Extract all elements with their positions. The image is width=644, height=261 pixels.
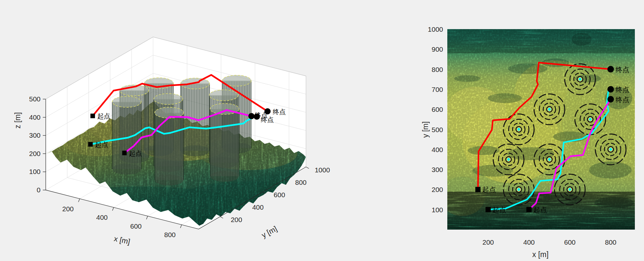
y-tick-label: 800 — [432, 66, 443, 73]
y-tick-label: 400 — [252, 203, 264, 211]
threat-center-dot — [609, 148, 612, 151]
start-label-3d: 起点 — [129, 150, 142, 157]
left-3d-plot: 起点终点起点终点起点终点0100200300400500200400600800… — [13, 37, 330, 246]
y-tick-label: 700 — [432, 86, 443, 93]
y-tick-label: 600 — [432, 106, 443, 113]
end-label-3d: 终点 — [255, 112, 268, 119]
y-tick-label: 600 — [274, 191, 285, 199]
threat-center-dot — [518, 188, 520, 191]
x-tick-label: 600 — [564, 238, 575, 246]
start-marker-2d — [526, 207, 532, 212]
start-label-3d: 起点 — [97, 113, 110, 120]
end-marker-2d — [607, 96, 614, 103]
z-tick-label: 300 — [29, 131, 41, 139]
end-label-2d: 终点 — [616, 96, 629, 103]
figure-window: 起点终点起点终点起点终点0100200300400500200400600800… — [0, 0, 644, 261]
threat-center-dot — [518, 128, 520, 130]
x-tick-label: 200 — [482, 238, 494, 246]
start-label-3d: 起点 — [95, 141, 108, 148]
x-axis-label: x [m] — [113, 234, 131, 246]
end-marker-2d — [607, 86, 614, 93]
end-marker-2d — [607, 66, 614, 73]
start-label-2d: 起点 — [482, 186, 496, 193]
threat-center-dot — [548, 108, 551, 111]
y-tick-label: 1000 — [428, 26, 443, 33]
start-label-2d: 起点 — [533, 206, 547, 214]
cylinder-top-rim — [209, 90, 238, 101]
end-label-2d: 终点 — [616, 86, 629, 93]
cylinder-obstacle — [155, 107, 184, 185]
x-tick-label: 800 — [164, 231, 175, 238]
y-tick-label: 300 — [432, 166, 443, 173]
x-tick-label: 600 — [130, 222, 141, 230]
threat-center-dot — [569, 188, 571, 191]
map-surface — [439, 29, 635, 230]
cylinder-obstacle — [112, 96, 141, 175]
x-tick-label: 200 — [62, 205, 74, 213]
start-marker-3d — [122, 151, 127, 155]
z-axis-label: z [m] — [13, 112, 22, 129]
start-marker-3d — [88, 142, 93, 147]
y-tick-label: 200 — [231, 216, 242, 223]
y-tick-label: 200 — [432, 186, 443, 193]
start-marker-2d — [475, 187, 481, 192]
threat-center-dot — [507, 158, 510, 161]
start-label-2d: 起点 — [492, 206, 506, 214]
z-tick-label: 500 — [29, 95, 41, 103]
y-tick-label: 800 — [295, 179, 306, 186]
z-tick-label: 400 — [29, 113, 41, 121]
x-axis-label: x [m] — [532, 250, 549, 259]
cylinder-top-rim — [112, 96, 141, 107]
start-marker-3d — [91, 113, 95, 118]
threat-center-dot — [589, 118, 591, 121]
y-tick-label: 500 — [432, 126, 443, 133]
z-tick-label: 200 — [29, 150, 41, 157]
right-2d-plot: 起点终点起点终点起点终点1002003004005006007008009001… — [421, 26, 635, 259]
figure-canvas: 起点终点起点终点起点终点0100200300400500200400600800… — [0, 0, 644, 261]
x-tick-label: 400 — [523, 238, 535, 246]
start-marker-2d — [486, 207, 491, 212]
z-tick-label: 0 — [37, 186, 41, 194]
end-label-3d: 终点 — [273, 108, 286, 115]
x-tick-label: 400 — [96, 214, 107, 221]
threat-center-dot — [548, 158, 551, 161]
z-tick-label: 100 — [29, 168, 41, 175]
x-tick-label: 800 — [605, 238, 616, 246]
y-tick-label: 100 — [432, 206, 443, 214]
cylinder-top-rim — [154, 94, 183, 104]
y-axis-label: y [m] — [260, 224, 278, 239]
y-tick-label: 1000 — [315, 166, 330, 174]
end-label-2d: 终点 — [616, 66, 629, 73]
threat-center-dot — [579, 78, 581, 80]
end-marker-3d — [248, 113, 255, 119]
y-tick-label: 900 — [432, 45, 443, 53]
y-axis-label: y [m] — [421, 121, 430, 138]
y-tick-label: 400 — [432, 146, 443, 153]
